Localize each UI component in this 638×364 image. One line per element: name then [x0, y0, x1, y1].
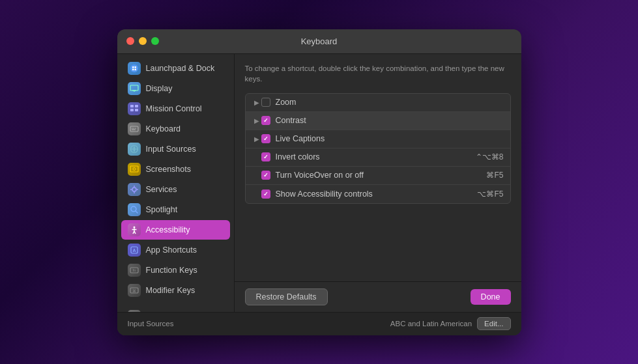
content-area: Launchpad & DockDisplayMission ControlKe…	[117, 54, 521, 312]
sidebar-item-accessibility[interactable]: Accessibility	[121, 220, 230, 240]
chevron-right-icon: ▶	[252, 99, 261, 106]
accessibility-icon	[128, 223, 141, 236]
sidebar-label-keyboard: Keyboard	[146, 124, 181, 133]
row-label: Zoom	[276, 98, 504, 107]
svg-rect-3	[132, 68, 134, 70]
checkbox[interactable]	[261, 189, 270, 199]
row-label: Live Captions	[276, 134, 504, 143]
table-row[interactable]: ▶Contrast	[246, 112, 510, 130]
row-label: Turn VoiceOver on or off	[276, 171, 487, 180]
table-row[interactable]: ▶Live Captions	[246, 130, 510, 148]
sidebar-item-appshortcuts[interactable]: AApp Shortcuts	[121, 240, 230, 260]
modifier-icon: ⌘	[128, 284, 141, 297]
bottom-bar: Input Sources ABC and Latin American Edi…	[117, 312, 521, 335]
checkbox[interactable]	[261, 171, 270, 180]
row-label: Contrast	[276, 116, 504, 125]
svg-rect-2	[134, 66, 136, 68]
bottom-bar-label: Input Sources	[128, 320, 174, 328]
svg-rect-14	[133, 128, 134, 128]
sidebar-label-input: Input Sources	[146, 145, 196, 154]
appshortcuts-icon: A	[128, 244, 141, 257]
svg-point-20	[133, 167, 136, 170]
sidebar-label-accessibility: Accessibility	[146, 225, 190, 234]
spotlight-icon	[128, 203, 141, 216]
services-icon	[128, 183, 141, 196]
sidebar-item-input[interactable]: Input Sources	[121, 139, 230, 159]
keyboard-icon	[128, 122, 141, 135]
panel-content: To change a shortcut, double click the k…	[235, 54, 521, 281]
table-row[interactable]: Turn VoiceOver on or off⌘F5	[246, 167, 510, 185]
svg-rect-9	[135, 105, 138, 107]
sidebar-item-modifier[interactable]: ⌘Modifier Keys	[121, 281, 230, 300]
row-label: Invert colors	[276, 152, 476, 161]
checkbox[interactable]	[261, 152, 270, 161]
table-row[interactable]: ▶Zoom	[246, 94, 510, 112]
svg-rect-12	[130, 126, 138, 132]
sidebar-item-screenshots[interactable]: Screenshots	[121, 160, 230, 179]
svg-text:⌘: ⌘	[132, 288, 136, 292]
table-row[interactable]: Show Accessibility controls⌥⌘F5	[246, 185, 510, 203]
main-panel: To change a shortcut, double click the k…	[235, 54, 521, 312]
mission-icon	[128, 102, 141, 115]
svg-rect-15	[135, 128, 136, 128]
sidebar-label-services: Services	[146, 185, 177, 194]
sidebar-item-display[interactable]: Display	[121, 79, 230, 98]
sidebar-label-spotlight: Spotlight	[146, 205, 178, 214]
checkbox[interactable]	[261, 134, 270, 143]
sidebar-item-mission[interactable]: Mission Control	[121, 99, 230, 119]
sidebar-label-launchpad: Launchpad & Dock	[146, 64, 215, 73]
svg-rect-11	[135, 109, 138, 111]
svg-text:A: A	[132, 247, 136, 252]
checkbox[interactable]	[261, 98, 270, 107]
sidebar-label-screenshots: Screenshots	[146, 165, 191, 174]
sidebar-item-spotlight[interactable]: Spotlight	[121, 200, 230, 219]
shortcut-table: ▶Zoom▶Contrast▶Live CaptionsInvert color…	[245, 93, 511, 204]
sidebar-item-launchpad[interactable]: Launchpad & Dock	[121, 59, 230, 78]
svg-rect-13	[132, 128, 133, 128]
bottom-bar-value: ABC and Latin American	[390, 320, 472, 328]
svg-rect-16	[132, 129, 136, 130]
sidebar: Launchpad & DockDisplayMission ControlKe…	[117, 54, 235, 312]
svg-line-27	[136, 211, 138, 213]
svg-text:fn: fn	[132, 268, 136, 272]
sidebar-label-funckeys: Function Keys	[146, 266, 197, 275]
row-shortcut: ⌘F5	[486, 171, 503, 180]
svg-point-21	[132, 188, 136, 191]
row-label: Show Accessibility controls	[276, 189, 478, 199]
table-row[interactable]: Invert colors⌃⌥⌘8	[246, 148, 510, 167]
titlebar: Keyboard	[117, 29, 521, 54]
sidebar-item-keyboard[interactable]: Keyboard	[121, 119, 230, 139]
hint-text: To change a shortcut, double click the k…	[245, 63, 511, 84]
svg-rect-5	[130, 85, 138, 91]
svg-rect-4	[134, 68, 136, 70]
svg-rect-8	[130, 105, 134, 107]
launchpad-icon	[128, 62, 141, 75]
chevron-right-icon: ▶	[252, 117, 261, 124]
main-window: Keyboard Launchpad & DockDisplayMission …	[117, 29, 521, 335]
window-title: Keyboard	[126, 36, 512, 46]
svg-point-0	[130, 64, 138, 72]
sidebar-label-mission: Mission Control	[146, 104, 202, 113]
funckeys-icon: fn	[128, 264, 141, 277]
sidebar-item-funckeys[interactable]: fnFunction Keys	[121, 260, 230, 280]
edit-button[interactable]: Edit...	[477, 317, 510, 330]
svg-rect-10	[130, 109, 134, 111]
checkbox[interactable]	[261, 116, 270, 125]
restore-defaults-button[interactable]: Restore Defaults	[245, 288, 328, 305]
svg-rect-19	[130, 166, 138, 172]
svg-line-32	[134, 231, 136, 234]
panel-footer: Restore Defaults Done	[235, 281, 521, 312]
sidebar-label-modifier: Modifier Keys	[146, 286, 196, 295]
chevron-right-icon: ▶	[252, 135, 261, 143]
svg-rect-1	[132, 66, 134, 68]
input-icon	[128, 143, 141, 156]
sidebar-label-appshortcuts: App Shortcuts	[146, 245, 197, 255]
display-icon	[128, 82, 141, 95]
row-shortcut: ⌃⌥⌘8	[476, 152, 504, 161]
screenshots-icon	[128, 163, 141, 176]
row-shortcut: ⌥⌘F5	[477, 189, 503, 199]
svg-point-28	[133, 226, 135, 228]
done-button[interactable]: Done	[471, 289, 511, 305]
sidebar-item-services[interactable]: Services	[121, 180, 230, 199]
sidebar-item-trackpad[interactable]: Trackpad	[121, 307, 230, 312]
